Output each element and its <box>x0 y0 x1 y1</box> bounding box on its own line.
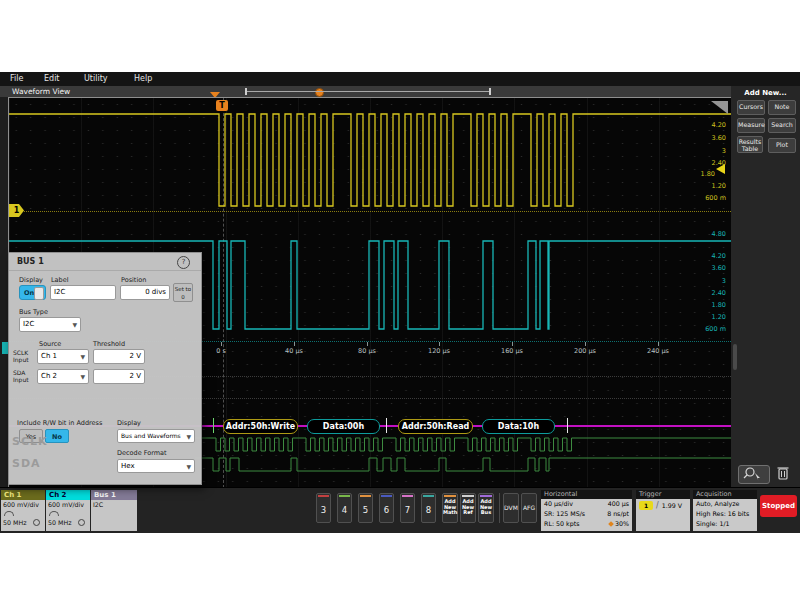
decode-format-select[interactable]: Hex <box>117 459 195 473</box>
acquisition-panel[interactable]: Acquisition Auto, Analyze High Res: 16 b… <box>693 490 757 531</box>
add-new-bus-button[interactable]: Add New Bus <box>478 493 494 523</box>
bus-decode-data[interactable]: Data:00h <box>307 419 380 434</box>
rising-edge-icon: / <box>656 501 659 510</box>
chevron-down-icon <box>186 460 191 473</box>
time-axis-label: 200 μs <box>574 347 596 355</box>
bus-type-select[interactable]: I2C <box>19 317 81 332</box>
magnifier-cursor-icon <box>739 466 767 481</box>
run-stop-button[interactable]: Stopped <box>760 495 797 517</box>
delete-button[interactable] <box>775 464 791 482</box>
ch1-axis-label: 3.60 <box>712 134 726 142</box>
bus-color-stripe <box>480 495 492 497</box>
bus-sclk-label: SCLK <box>12 435 48 448</box>
sclk-source-select[interactable]: Ch 1 <box>37 349 89 364</box>
time-axis-label: 120 μs <box>428 347 450 355</box>
bus-decode-data[interactable]: Data:10h <box>482 419 555 434</box>
status-bar: Ch 1 600 mV/div 50 MHz Ch 2 600 mV/div 5… <box>0 487 800 533</box>
rw-no-button[interactable]: No <box>45 429 69 443</box>
corner-handle-icon[interactable] <box>711 101 728 114</box>
label-input[interactable]: I2C <box>50 285 116 300</box>
bus-stop-tick <box>567 418 568 433</box>
bus-type-label: Bus Type <box>19 308 48 316</box>
bus1-config-dialog: BUS 1 ? Display Label Position On I2C 0 … <box>8 252 202 485</box>
bus1-type: I2C <box>91 500 137 508</box>
ch2-badge[interactable]: Ch 2 600 mV/div 50 MHz <box>46 490 90 531</box>
bandwidth-icon <box>4 511 14 516</box>
ch1-bandwidth: 50 MHz <box>3 519 27 526</box>
channel-6-button[interactable]: 6 <box>379 493 394 523</box>
sample-interval: 8 ns/pt <box>607 509 629 519</box>
sda-source-select[interactable]: Ch 2 <box>37 369 89 384</box>
add-cursors-button[interactable]: Cursors <box>737 100 765 115</box>
add-search-button[interactable]: Search <box>768 118 796 133</box>
add-new-math-button[interactable]: Add New Math <box>442 493 458 523</box>
bus1-badge[interactable]: Bus 1 I2C <box>91 490 137 531</box>
channel-5-button[interactable]: 5 <box>358 493 373 523</box>
position-input[interactable]: 0 divs <box>120 285 170 300</box>
menu-utility[interactable]: Utility <box>84 74 108 83</box>
add-new-panel: Add New... Cursors Note Measure Search R… <box>731 86 800 487</box>
menu-edit[interactable]: Edit <box>44 74 60 83</box>
display-label: Display <box>19 276 43 284</box>
time-axis-label: 240 μs <box>647 347 669 355</box>
time-tick <box>439 342 440 346</box>
time-tick <box>294 342 295 346</box>
menu-file[interactable]: File <box>10 74 23 83</box>
label-label: Label <box>51 276 69 284</box>
ch1-axis-label: 3 <box>722 147 726 155</box>
bandwidth-icon <box>49 511 59 516</box>
sda-threshold-input[interactable]: 2 V <box>93 369 145 384</box>
afg-button[interactable]: AFG <box>521 493 537 523</box>
ch2-axis-label: 4.80 <box>712 230 726 238</box>
set-to-zero-button[interactable]: Set to 0 <box>173 283 193 302</box>
sclk-threshold-input[interactable]: 2 V <box>93 349 145 364</box>
display-on-toggle[interactable]: On <box>19 285 46 300</box>
ch2-axis-label: 2.40 <box>712 289 726 297</box>
tab-strip: Waveform View <box>0 86 731 97</box>
dialog-title: BUS 1 <box>17 257 44 266</box>
pan-handle-icon[interactable] <box>315 88 324 97</box>
toggle-knob <box>34 287 44 300</box>
add-new-title: Add New... <box>731 89 800 97</box>
trigger-flag[interactable]: T <box>216 100 228 111</box>
ch1-axis-label: 600 m <box>705 194 726 202</box>
ch2-axis-label: 1.80 <box>712 301 726 309</box>
ch4-color-stripe <box>339 495 350 497</box>
add-measure-button[interactable]: Measure <box>737 118 765 133</box>
ref-color-stripe <box>462 495 474 497</box>
zoom-tool-button[interactable] <box>738 465 770 484</box>
help-icon[interactable]: ? <box>177 256 190 269</box>
bus-sda-label: SDA <box>12 457 41 470</box>
horizontal-panel[interactable]: Horizontal 40 μs/div400 μs SR: 125 MS/s8… <box>541 490 632 531</box>
position-percent: 30% <box>615 520 629 527</box>
chevron-down-icon <box>80 350 85 363</box>
add-plot-button[interactable]: Plot <box>768 138 796 153</box>
menu-help[interactable]: Help <box>134 74 152 83</box>
math-color-stripe <box>444 495 456 497</box>
bus-decode-address[interactable]: Addr:50h:Read <box>398 419 473 434</box>
panel-splitter-handle[interactable] <box>733 344 737 370</box>
oscilloscope-window: File Edit Utility Help Waveform View T 1… <box>0 72 800 532</box>
display-mode-select[interactable]: Bus and Waveforms <box>117 429 195 443</box>
ch2-bandwidth: 50 MHz <box>48 519 72 526</box>
channel-4-button[interactable]: 4 <box>337 493 352 523</box>
acq-single: Single: 1/1 <box>696 519 730 529</box>
tab-waveform-view[interactable]: Waveform View <box>12 87 70 96</box>
chevron-down-icon <box>80 370 85 383</box>
add-note-button[interactable]: Note <box>768 100 796 115</box>
add-new-ref-button[interactable]: Add New Ref <box>460 493 476 523</box>
ch1-badge[interactable]: Ch 1 600 mV/div 50 MHz <box>1 490 45 531</box>
zoom-pan-bracket[interactable] <box>245 88 491 95</box>
channel-8-button[interactable]: 8 <box>421 493 436 523</box>
ch6-color-stripe <box>381 495 392 497</box>
ch1-scale: 600 mV/div <box>1 500 45 508</box>
time-tick <box>367 342 368 346</box>
channel-7-button[interactable]: 7 <box>400 493 415 523</box>
dvm-button[interactable]: DVM <box>503 493 519 523</box>
sda-input-label: SDA Input <box>13 370 35 383</box>
decode-format-label: Decode Format <box>117 449 167 457</box>
bus-decode-address[interactable]: Addr:50h:Write <box>223 419 298 434</box>
add-results-table-button[interactable]: Results Table <box>737 136 763 153</box>
channel-3-button[interactable]: 3 <box>316 493 331 523</box>
trigger-panel[interactable]: Trigger 1/1.99 V <box>636 490 690 531</box>
